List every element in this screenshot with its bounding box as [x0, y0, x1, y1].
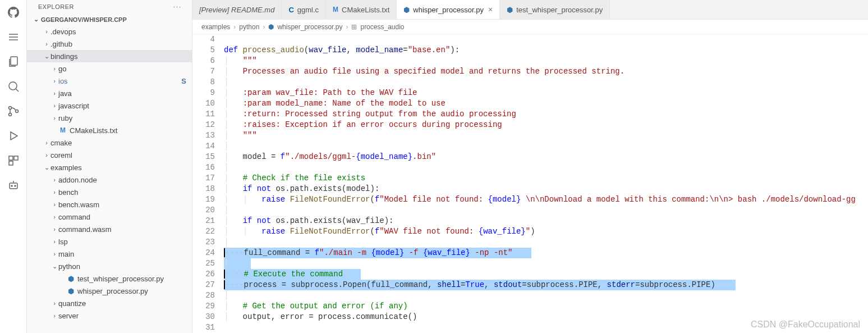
breadcrumb-separator: › — [346, 23, 348, 31]
folder-item[interactable]: ›main — [27, 248, 192, 260]
folder-item[interactable]: ›command.wasm — [27, 223, 192, 235]
explorer-sidebar: EXPLORER ··· ⌄ GGERGANOV/WHISPER.CPP ›.d… — [27, 0, 192, 333]
folder-item[interactable]: ⌄examples — [27, 161, 192, 174]
folder-item[interactable]: ›go — [27, 62, 192, 75]
chevron-icon: › — [50, 238, 58, 245]
line-number: 16 — [192, 162, 215, 173]
folder-item[interactable]: ›java — [27, 87, 192, 99]
breadcrumb-segment[interactable]: whisper_processor.py — [277, 23, 342, 31]
files-icon[interactable] — [7, 55, 20, 69]
line-number: 22 — [192, 226, 215, 237]
folder-item[interactable]: ⌄bindings — [27, 50, 192, 62]
code-line[interactable]: ····# Execute the command — [224, 269, 868, 280]
chevron-icon: ⌄ — [43, 53, 50, 60]
svg-rect-12 — [9, 161, 13, 165]
code-line[interactable]: │ """ — [224, 56, 868, 66]
code-editor[interactable]: 4567891011121314151617181920212223242526… — [192, 34, 868, 333]
code-line[interactable]: │ — [224, 237, 868, 248]
tab[interactable]: ⬢test_whisper_processor.py — [500, 0, 610, 19]
code-content[interactable]: def process_audio(wav_file, model_name="… — [224, 34, 868, 333]
folder-item[interactable]: ›lsp — [27, 235, 192, 248]
tree-item-label: coreml — [50, 151, 192, 159]
breadcrumb-segment[interactable]: examples — [201, 23, 230, 31]
file-item[interactable]: ⬢whisper_processor.py — [27, 285, 192, 297]
tab[interactable]: Cggml.c — [282, 0, 326, 19]
file-item[interactable]: MCMakeLists.txt — [27, 124, 192, 136]
folder-item[interactable]: ›quantize — [27, 297, 192, 309]
code-line[interactable]: │ :param model_name: Name of the model t… — [224, 98, 868, 109]
extensions-icon[interactable] — [7, 154, 20, 167]
line-number: 5 — [192, 45, 215, 56]
tree-item-label: .github — [50, 40, 192, 48]
line-number: 15 — [192, 152, 215, 162]
code-line[interactable]: │ │ raise FileNotFoundError(f"WAV file n… — [224, 226, 868, 237]
code-line[interactable]: │ :param wav_file: Path to the WAV file — [224, 88, 868, 98]
file-type-icon: ⬢ — [268, 23, 274, 31]
source-control-icon[interactable] — [7, 104, 20, 118]
chevron-icon: › — [50, 312, 58, 319]
code-line[interactable]: │ — [224, 162, 868, 173]
github-icon[interactable] — [7, 6, 20, 19]
code-line[interactable]: │ :raises: Exception if an error occurs … — [224, 120, 868, 130]
folder-item[interactable]: ›command — [27, 211, 192, 223]
breadcrumb-separator: › — [233, 23, 236, 31]
tab[interactable]: MCMakeLists.txt — [326, 0, 397, 19]
explorer-header: EXPLORER ··· — [27, 0, 192, 13]
file-type-icon: ⬢ — [66, 275, 75, 283]
code-line[interactable]: │ if not os.path.exists(model): — [224, 184, 868, 194]
code-line[interactable]: │ :return: Processed string output from … — [224, 109, 868, 120]
code-line[interactable]: ····process = subprocess.Popen(full_comm… — [224, 280, 868, 290]
folder-item[interactable]: ›coreml — [27, 149, 192, 161]
code-line[interactable]: │ │ raise FileNotFoundError(f"Model file… — [224, 194, 868, 205]
code-line[interactable]: │ — [224, 258, 868, 269]
tab[interactable]: ⬢whisper_processor.py× — [397, 0, 500, 19]
line-number: 11 — [192, 109, 215, 120]
folder-item[interactable]: ›cmake — [27, 136, 192, 149]
code-line[interactable]: │ — [224, 141, 868, 152]
close-icon[interactable]: × — [488, 5, 493, 14]
code-line[interactable]: ····full_command = f"./main -m {model} -… — [224, 248, 868, 258]
folder-item[interactable]: ›bench — [27, 186, 192, 198]
code-line[interactable]: │ # Get the output and error (if any) — [224, 301, 868, 312]
breadcrumb-segment[interactable]: python — [239, 23, 259, 31]
robot-icon[interactable] — [7, 179, 20, 192]
hamburger-icon[interactable] — [7, 30, 20, 44]
run-debug-icon[interactable] — [7, 129, 20, 143]
code-line[interactable]: def process_audio(wav_file, model_name="… — [224, 45, 868, 56]
tree-item-label: bindings — [50, 52, 192, 61]
project-row[interactable]: ⌄ GGERGANOV/WHISPER.CPP — [27, 13, 192, 25]
folder-item[interactable]: ›javascript — [27, 99, 192, 112]
code-line[interactable] — [224, 34, 868, 45]
code-line[interactable]: │ — [224, 290, 868, 301]
file-item[interactable]: ⬢test_whisper_processor.py — [27, 272, 192, 285]
code-line[interactable]: │ # Check if the file exists — [224, 173, 868, 184]
folder-item[interactable]: ›ruby — [27, 112, 192, 124]
folder-item[interactable]: ›.github — [27, 38, 192, 50]
code-line[interactable]: │ — [224, 77, 868, 88]
folder-item[interactable]: ›server — [27, 309, 192, 322]
tab-label: ggml.c — [297, 6, 319, 14]
tree-item-label: .devops — [50, 28, 192, 36]
code-line[interactable]: │ — [224, 205, 868, 216]
line-number: 20 — [192, 205, 215, 216]
code-line[interactable]: │ """ — [224, 130, 868, 141]
code-line[interactable]: │ Processes an audio file using a specif… — [224, 66, 868, 77]
folder-item[interactable]: ›.devops — [27, 25, 192, 38]
tab[interactable]: [Preview] README.md — [192, 0, 282, 19]
breadcrumb-segment[interactable]: process_audio — [360, 23, 404, 31]
folder-item[interactable]: ›bench.wasm — [27, 198, 192, 211]
search-icon[interactable] — [7, 80, 20, 93]
code-line[interactable]: │ if not os.path.exists(wav_file): — [224, 216, 868, 226]
svg-line-5 — [16, 89, 19, 92]
breadcrumb[interactable]: examples›python›⬢whisper_processor.py›⊞p… — [192, 20, 868, 34]
code-line[interactable]: │ model = f"./models/ggml-{model_name}.b… — [224, 152, 868, 162]
tree-item-label: go — [58, 65, 192, 73]
folder-item[interactable]: ›addon.node — [27, 174, 192, 186]
more-icon[interactable]: ··· — [173, 3, 182, 10]
folder-item[interactable]: ⌄python — [27, 260, 192, 272]
chevron-icon: › — [50, 250, 58, 257]
chevron-icon: › — [50, 102, 58, 109]
file-type-icon: ⬢ — [66, 287, 75, 295]
folder-item[interactable]: ›iosS — [27, 75, 192, 87]
tree-item-label: CMakeLists.txt — [70, 126, 192, 135]
